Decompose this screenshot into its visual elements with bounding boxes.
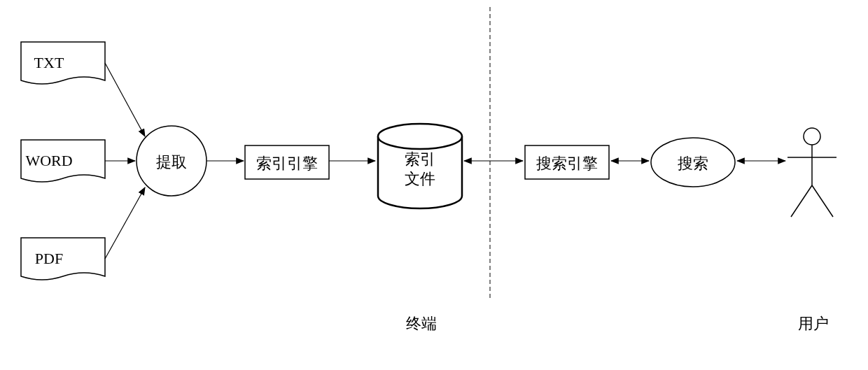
search-node: 搜索: [651, 138, 735, 187]
index-file-label-2: 文件: [405, 170, 435, 187]
user-label: 用户: [798, 315, 829, 332]
search-engine-label: 搜索引擎: [536, 155, 598, 172]
svg-point-7: [804, 128, 820, 145]
index-engine-node: 索引引擎: [245, 145, 329, 179]
index-engine-label: 索引引擎: [256, 155, 318, 172]
arrow-txt-extract: [105, 63, 145, 136]
svg-point-4: [378, 124, 462, 149]
doc-word-label: WORD: [25, 152, 72, 169]
user-icon: [788, 128, 836, 217]
svg-line-10: [791, 185, 812, 217]
extract-label: 提取: [156, 153, 187, 171]
index-file-node: 索引 文件: [378, 124, 462, 208]
search-engine-node: 搜索引擎: [525, 145, 609, 179]
doc-txt-label: TXT: [34, 54, 64, 71]
doc-word: WORD: [21, 140, 105, 182]
doc-txt: TXT: [21, 42, 105, 84]
search-label: 搜索: [678, 155, 708, 172]
doc-pdf: PDF: [21, 238, 105, 280]
extract-node: 提取: [136, 126, 206, 196]
arrow-pdf-extract: [105, 187, 145, 259]
doc-pdf-label: PDF: [35, 250, 63, 267]
terminal-label: 终端: [406, 315, 437, 332]
index-file-label-1: 索引: [405, 150, 435, 168]
diagram-container: TXT WORD PDF 提取 索引引擎 索引 文件 搜索引擎 搜索: [0, 0, 868, 370]
svg-line-11: [812, 185, 833, 217]
